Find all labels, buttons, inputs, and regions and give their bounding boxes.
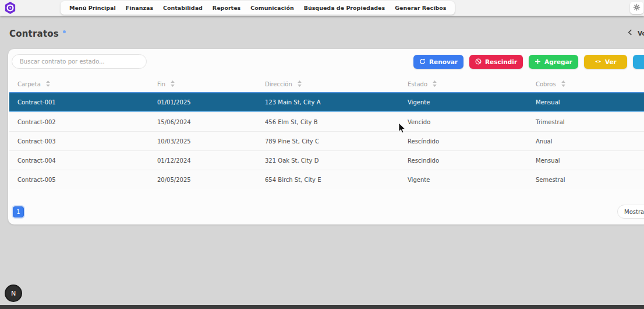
menu-item-comunicacion[interactable]: Comunicación — [250, 5, 293, 11]
cell-fin: 20/05/2025 — [157, 177, 265, 183]
menu-item-menu-principal[interactable]: Menú Principal — [69, 5, 116, 11]
cell-direccion: 321 Oak St, City D — [265, 157, 408, 164]
cell-carpeta: Contract-003 — [17, 138, 157, 145]
renovar-button[interactable]: Renovar — [413, 55, 463, 69]
ver-label: Ver — [605, 58, 617, 65]
menu-item-finanzas[interactable]: Finanzas — [126, 5, 153, 11]
renovar-label: Renovar — [429, 58, 458, 65]
menu-item-contabilidad[interactable]: Contabilidad — [163, 5, 203, 11]
contracts-table: Carpeta Fin Dirección Estado Cobros — [9, 76, 644, 189]
column-label: Cobros — [536, 81, 556, 87]
table-row[interactable]: Contract-001 01/01/2025 123 Main St, Cit… — [9, 92, 644, 112]
cell-estado: Vencido — [408, 119, 536, 125]
cell-carpeta: Contract-002 — [17, 119, 157, 125]
cell-fin: 10/03/2025 — [157, 138, 265, 145]
column-header-cobros[interactable]: Cobros — [536, 80, 644, 88]
cell-carpeta: Contract-005 — [17, 177, 157, 183]
main-menu: Menú Principal Finanzas Contabilidad Rep… — [61, 1, 455, 15]
cell-cobros: Trimestral — [536, 119, 644, 125]
table-row[interactable]: Contract-005 20/05/2025 654 Birch St, Ci… — [9, 170, 644, 189]
menu-item-reportes[interactable]: Reportes — [213, 5, 240, 11]
table-row[interactable]: Contract-003 10/03/2025 789 Pine St, Cit… — [9, 131, 644, 150]
column-header-fin[interactable]: Fin — [157, 80, 265, 88]
cell-cobros: Mensual — [536, 157, 644, 164]
page-1-button[interactable]: 1 — [13, 206, 24, 217]
bottom-bar — [0, 305, 644, 309]
column-label: Dirección — [265, 81, 292, 87]
cell-estado: Rescíndido — [408, 138, 536, 145]
chevron-left-icon — [628, 29, 632, 37]
menu-item-generar-recibos[interactable]: Generar Recibos — [395, 5, 446, 11]
cell-estado: Rescindido — [408, 157, 536, 164]
table-row[interactable]: Contract-004 01/12/2024 321 Oak St, City… — [9, 150, 644, 170]
cell-fin: 01/01/2025 — [157, 99, 265, 106]
ver-button[interactable]: Ver — [584, 55, 627, 69]
top-navigation-bar: Menú Principal Finanzas Contabilidad Rep… — [0, 0, 644, 16]
menu-item-busqueda-propiedades[interactable]: Búsqueda de Propiedades — [304, 5, 385, 11]
table-row[interactable]: Contract-002 15/06/2024 456 Elm St, City… — [9, 112, 644, 131]
cell-carpeta: Contract-001 — [17, 99, 157, 106]
sort-icon — [561, 80, 565, 88]
cell-estado: Vigente — [408, 177, 536, 183]
rescindir-button[interactable]: Rescindir — [469, 55, 523, 69]
plus-icon — [535, 58, 541, 66]
table-header-row: Carpeta Fin Dirección Estado Cobros — [9, 76, 644, 92]
notification-dot — [63, 30, 66, 33]
column-label: Estado — [408, 81, 427, 87]
back-link-label: Vo — [638, 30, 644, 37]
contracts-card: Renovar Rescindir Agregar Ver — [8, 49, 644, 224]
action-buttons: Renovar Rescindir Agregar Ver — [413, 55, 644, 69]
cell-fin: 01/12/2024 — [157, 157, 265, 164]
search-input[interactable] — [12, 54, 147, 69]
column-label: Fin — [157, 81, 165, 87]
agregar-button[interactable]: Agregar — [529, 55, 578, 69]
column-label: Carpeta — [17, 81, 41, 87]
page-title: Contratos — [9, 29, 59, 39]
cell-direccion: 456 Elm St, City B — [265, 119, 408, 125]
back-link[interactable]: Vo — [628, 29, 644, 37]
column-header-estado[interactable]: Estado — [408, 80, 536, 88]
cell-direccion: 654 Birch St, City E — [265, 177, 408, 183]
sort-icon — [46, 80, 50, 88]
cell-carpeta: Contract-004 — [17, 157, 157, 164]
cell-direccion: 789 Pine St, City C — [265, 138, 408, 145]
cell-cobros: Anual — [536, 138, 644, 145]
eye-icon — [595, 58, 601, 66]
agregar-label: Agregar — [544, 58, 572, 65]
cell-cobros: Mensual — [536, 99, 644, 106]
cell-cobros: Semestral — [536, 177, 644, 183]
user-avatar[interactable]: N — [5, 285, 22, 302]
sort-icon — [433, 80, 437, 88]
app-logo-icon[interactable] — [3, 1, 17, 15]
column-header-direccion[interactable]: Dirección — [265, 80, 408, 88]
sort-icon — [298, 80, 302, 88]
sort-icon — [171, 80, 175, 88]
cell-estado: Vigente — [408, 99, 536, 106]
settings-button[interactable] — [630, 2, 643, 14]
cell-direccion: 123 Main St, City A — [265, 99, 408, 106]
mouse-cursor — [398, 123, 406, 134]
page-size-select[interactable]: Mostrar 10 — [617, 205, 644, 219]
column-header-carpeta[interactable]: Carpeta — [17, 80, 157, 88]
refresh-icon — [419, 58, 426, 66]
editar-button[interactable]: Editar — [633, 55, 644, 69]
cell-fin: 15/06/2024 — [157, 119, 265, 125]
page-header: Contratos — [9, 28, 66, 40]
gear-icon — [633, 3, 641, 13]
app-window: Menú Principal Finanzas Contabilidad Rep… — [0, 0, 644, 309]
prohibit-icon — [475, 58, 482, 66]
rescindir-label: Rescindir — [485, 58, 517, 65]
